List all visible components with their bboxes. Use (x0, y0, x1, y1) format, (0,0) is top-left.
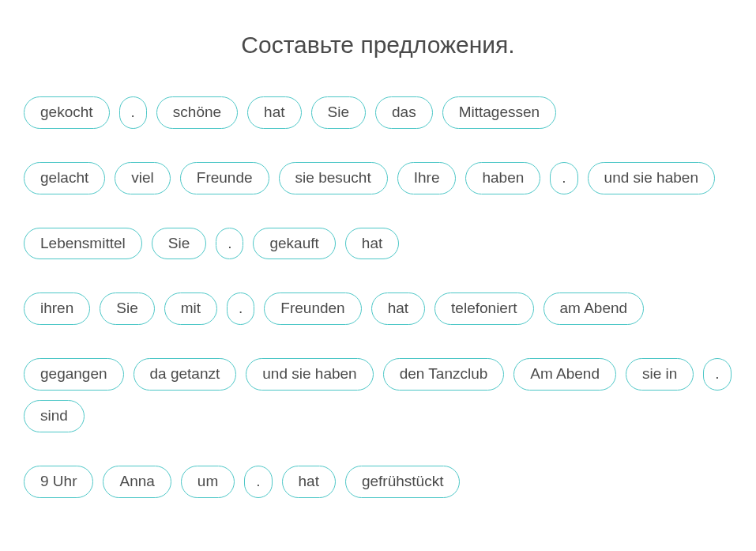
word-chip[interactable]: gefrühstückt (345, 466, 461, 498)
word-chip[interactable]: Lebensmittel (24, 228, 142, 260)
word-chip[interactable]: Mittagessen (442, 96, 556, 129)
word-chip[interactable]: hat (247, 96, 301, 129)
word-chip[interactable]: um (181, 466, 235, 498)
word-chip[interactable]: gegangen (24, 358, 124, 391)
word-chip[interactable]: sie in (626, 358, 694, 391)
word-chip[interactable]: Anna (103, 466, 171, 498)
word-chip[interactable]: Am Abend (513, 358, 616, 391)
word-chip[interactable]: und sie haben (246, 358, 373, 391)
word-chip[interactable]: . (550, 162, 577, 194)
word-chip[interactable]: und sie haben (588, 162, 715, 194)
exercise-container: gekocht.schönehatSiedasMittagessengelach… (24, 96, 732, 498)
word-chip[interactable]: schöne (156, 96, 238, 129)
word-chip[interactable]: 9 Uhr (24, 466, 93, 498)
word-chip[interactable]: da getanzt (134, 358, 237, 391)
sentence-group: ihrenSiemit.Freundenhattelefoniertam Abe… (24, 292, 732, 325)
word-chip[interactable]: hat (345, 228, 399, 260)
word-chip[interactable]: mit (164, 292, 217, 325)
sentence-group: gekocht.schönehatSiedasMittagessen (24, 96, 732, 129)
sentence-group: LebensmittelSie.gekaufthat (24, 228, 732, 260)
word-chip[interactable]: Sie (311, 96, 366, 129)
word-chip[interactable]: Sie (100, 292, 154, 325)
sentence-group: gegangenda getanztund sie habenden Tanzc… (24, 358, 732, 432)
word-chip[interactable]: sie besucht (279, 162, 388, 194)
word-chip[interactable]: telefoniert (434, 292, 533, 325)
word-chip[interactable]: das (375, 96, 433, 129)
word-chip[interactable]: viel (115, 162, 171, 194)
word-chip[interactable]: . (216, 228, 243, 260)
sentence-group: gelachtvielFreundesie besuchtIhrehaben.u… (24, 162, 732, 194)
word-chip[interactable]: . (703, 358, 731, 391)
word-chip[interactable]: . (119, 96, 147, 129)
word-chip[interactable]: hat (371, 292, 425, 325)
word-chip[interactable]: Freunde (180, 162, 269, 194)
word-chip[interactable]: hat (282, 466, 336, 498)
word-chip[interactable]: den Tanzclub (383, 358, 505, 391)
word-chip[interactable]: . (244, 466, 272, 498)
word-chip[interactable]: sind (24, 400, 85, 432)
word-chip[interactable]: gekocht (24, 96, 110, 129)
exercise-title: Составьте предложения. (24, 32, 732, 58)
word-chip[interactable]: Freunden (264, 292, 361, 325)
word-chip[interactable]: haben (465, 162, 540, 194)
word-chip[interactable]: Sie (152, 228, 206, 260)
word-chip[interactable]: gelacht (24, 162, 105, 194)
word-chip[interactable]: ihren (24, 292, 90, 325)
word-chip[interactable]: Ihre (397, 162, 457, 194)
sentence-group: 9 UhrAnnaum.hatgefrühstückt (24, 466, 732, 498)
word-chip[interactable]: gekauft (253, 228, 335, 260)
word-chip[interactable]: am Abend (543, 292, 645, 325)
word-chip[interactable]: . (227, 292, 254, 325)
